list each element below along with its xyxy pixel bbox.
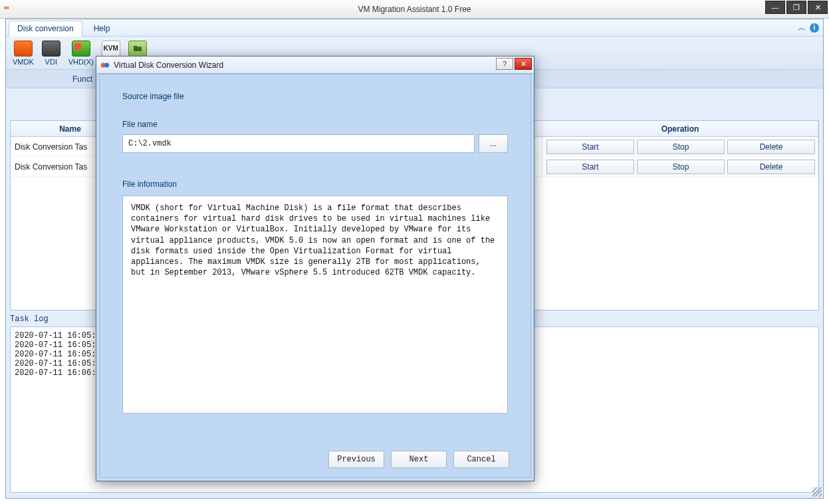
dialog-close-button[interactable]: ✕: [515, 58, 532, 70]
info-icon[interactable]: i: [810, 23, 819, 33]
app-logo: ∞: [4, 3, 9, 11]
svg-point-1: [104, 63, 109, 67]
tool-vmdk[interactable]: VMDK: [13, 41, 34, 66]
titlebar: ∞ VM Migration Assistant 1.0 Free — ❐ ✕: [0, 0, 829, 19]
dialog-help-button[interactable]: ?: [496, 58, 513, 70]
previous-button[interactable]: Previous: [328, 451, 384, 468]
vmdk-icon: [14, 41, 33, 57]
stop-button[interactable]: Stop: [637, 140, 725, 154]
app-window: ∞ VM Migration Assistant 1.0 Free — ❐ ✕ …: [0, 0, 829, 504]
conversion-wizard-dialog: Virtual Disk Conversion Wizard ? ✕ Sourc…: [96, 56, 534, 481]
dialog-body: Source image file File name ... File inf…: [99, 74, 531, 478]
file-name-label: File name: [122, 120, 508, 129]
dialog-title: Virtual Disk Conversion Wizard: [114, 61, 223, 70]
menubar: Disk conversion Help ︽ i: [6, 19, 823, 37]
tool-vdi[interactable]: VDI: [42, 41, 60, 66]
start-button[interactable]: Start: [546, 160, 634, 174]
file-info-box[interactable]: VMDK (short for Virtual Machine Disk) is…: [122, 195, 508, 414]
tab-disk-conversion[interactable]: Disk conversion: [9, 21, 82, 37]
vdi-icon: [42, 41, 60, 57]
open-icon: [128, 41, 147, 57]
dialog-icon: [100, 61, 110, 70]
next-button[interactable]: Next: [391, 451, 447, 468]
section-source-label: Source image file: [122, 92, 508, 101]
tab-help[interactable]: Help: [85, 21, 119, 36]
task-log-label: Task log: [10, 315, 49, 324]
vhd-icon: [72, 41, 90, 57]
delete-button[interactable]: Delete: [727, 140, 815, 154]
file-name-input[interactable]: [122, 134, 475, 153]
cell-op: StartStopDelete: [542, 137, 818, 156]
cell-op: StartStopDelete: [542, 157, 818, 176]
cancel-button[interactable]: Cancel: [453, 451, 509, 468]
file-info-label: File information: [122, 180, 508, 189]
start-button[interactable]: Start: [546, 140, 634, 154]
tool-vhd[interactable]: VHD(X): [68, 41, 94, 66]
minimize-button[interactable]: —: [765, 1, 785, 14]
kvm-icon: KVM: [102, 41, 120, 57]
stop-button[interactable]: Stop: [637, 160, 725, 174]
col-op: Operation: [542, 121, 818, 136]
browse-button[interactable]: ...: [479, 134, 508, 153]
dialog-titlebar: Virtual Disk Conversion Wizard ? ✕: [96, 57, 534, 74]
maximize-button[interactable]: ❐: [786, 1, 806, 14]
collapse-icon[interactable]: ︽: [798, 22, 806, 33]
resize-grip[interactable]: [812, 487, 822, 497]
close-button[interactable]: ✕: [808, 1, 828, 14]
window-title: VM Migration Assistant 1.0 Free: [358, 5, 471, 14]
delete-button[interactable]: Delete: [727, 160, 815, 174]
